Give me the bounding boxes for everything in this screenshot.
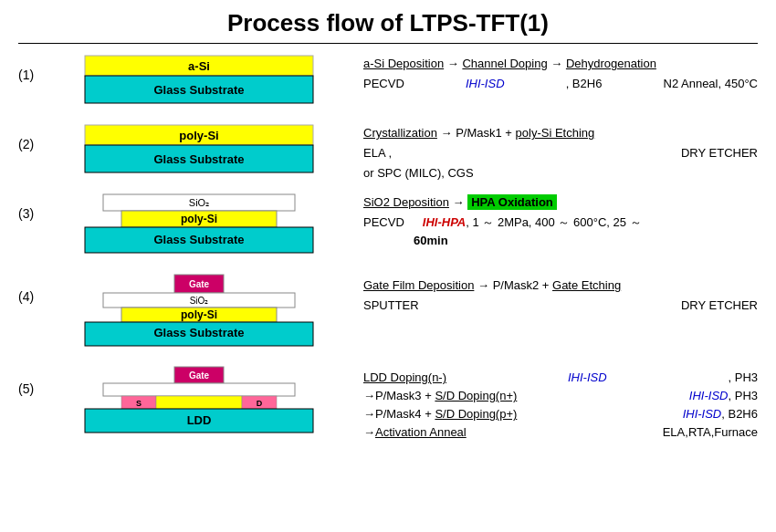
page: Process flow of LTPS-TFT(1) (1) a-Si Gla… — [0, 0, 776, 471]
svg-text:D: D — [257, 399, 263, 408]
row-1-desc-line1: a-Si Deposition → Channel Doping → Dehyd… — [363, 55, 758, 73]
row-4-label: (4) — [18, 273, 44, 304]
row-1-svg: a-Si Glass Substrate — [67, 51, 331, 115]
row-1-desc: a-Si Deposition → Channel Doping → Dehyd… — [354, 51, 758, 93]
r5-sdDopN: S/D Doping(n+) — [435, 389, 517, 402]
row-5-desc-line2: →P/Mask3 + S/D Doping(n+) IHI-ISD, PH3 — [363, 387, 758, 405]
row-1: (1) a-Si Glass Substrate a-Si Deposition… — [18, 51, 758, 115]
svg-text:Glass Substrate: Glass Substrate — [154, 233, 245, 246]
r4-dryEtcher: DRY ETCHER — [681, 297, 758, 315]
row-4-desc-line2: SPUTTER DRY ETCHER — [363, 297, 758, 315]
row-3-desc: SiO2 Deposition → HPA Oxidation PECVD IH… — [354, 190, 758, 250]
title-divider — [18, 43, 758, 44]
row-2-desc-line2: ELA , DRY ETCHER — [363, 144, 758, 162]
r5-ihiisd1: IHI-ISD — [568, 369, 607, 387]
r3-ihihpa: IHI-HPA, 1 ～ 2MPa, 400 ～ 600°C, 25 ～ — [423, 214, 642, 232]
row-3-label: (3) — [18, 190, 44, 221]
svg-text:Gate: Gate — [189, 370, 210, 381]
svg-text:Glass Substrate: Glass Substrate — [154, 83, 245, 97]
r5-lddDop: LDD Doping(n-) — [363, 369, 446, 387]
r4-gateEtch: Gate Etching — [552, 278, 621, 292]
svg-text:poly-Si: poly-Si — [181, 213, 217, 225]
r1-aSiDep: a-Si Deposition — [363, 57, 444, 70]
row-3-diagram: SiO₂ poly-Si Glass Substrate — [44, 190, 354, 267]
r2-polySiEtch: poly-Si Etching — [516, 126, 595, 140]
r3-hpa: HPA Oxidation — [467, 194, 557, 210]
svg-text:SiO₂: SiO₂ — [189, 197, 209, 208]
row-4-diagram: Gate SiO₂ poly-Si Glass Substrate — [44, 273, 354, 360]
svg-text:Gate: Gate — [189, 279, 210, 289]
r5-sdDopP: S/D Doping(p+) — [435, 407, 517, 421]
row-5-desc: LDD Doping(n-) IHI-ISD, PH3 →P/Mask3 + S… — [354, 365, 758, 443]
row-4-desc-line1: Gate Film Deposition → P/Mask2 + Gate Et… — [363, 276, 758, 295]
r2-spc: or SPC (MILC), CGS — [363, 166, 474, 180]
row-3-desc-line2: PECVD IHI-HPA, 1 ～ 2MPa, 400 ～ 600°C, 25… — [363, 214, 758, 232]
row-2-svg: poly-Si Glass Substrate — [67, 120, 331, 184]
row-1-desc-line2: PECVD IHI-ISD, B2H6 N2 Anneal, 450°C — [363, 75, 758, 93]
r4-gateFilm: Gate Film Deposition — [363, 278, 474, 292]
row-3: (3) SiO₂ poly-Si Glass Substrate SiO2 De… — [18, 190, 758, 267]
r3-sio2dep: SiO2 Deposition — [363, 195, 449, 209]
r1-dehydro: Dehydrogenation — [566, 57, 656, 70]
row-1-diagram: a-Si Glass Substrate — [44, 51, 354, 115]
row-5-svg: Gate S D LDD — [67, 365, 331, 456]
r4-sputter: SPUTTER — [363, 297, 419, 315]
row-4-desc: Gate Film Deposition → P/Mask2 + Gate Et… — [354, 273, 758, 315]
row-5: (5) Gate S D LDD — [18, 365, 758, 456]
r5-actAnneal: Activation Anneal — [375, 425, 467, 439]
row-5-desc-line3: →P/Mask4 + S/D Doping(p+) IHI-ISD, B2H6 — [363, 405, 758, 423]
row-3-svg: SiO₂ poly-Si Glass Substrate — [67, 190, 331, 267]
svg-rect-24 — [103, 383, 295, 396]
r1-ihiisd: IHI-ISD — [466, 75, 505, 93]
row-2-desc: Crystallization → P/Mask1 + poly-Si Etch… — [354, 120, 758, 183]
r5-ihiisd2: IHI-ISD, PH3 — [689, 387, 758, 405]
row-2: (2) poly-Si Glass Substrate Crystallizat… — [18, 120, 758, 184]
row-5-label: (5) — [18, 365, 44, 396]
row-2-label: (2) — [18, 120, 44, 151]
row-3-desc-line1: SiO2 Deposition → HPA Oxidation — [363, 193, 758, 212]
r2-dryEtcher: DRY ETCHER — [681, 144, 758, 162]
row-2-desc-line3: or SPC (MILC), CGS — [363, 164, 758, 183]
svg-text:SiO₂: SiO₂ — [190, 296, 209, 306]
svg-text:poly-Si: poly-Si — [179, 129, 218, 142]
svg-text:a-Si: a-Si — [188, 59, 210, 73]
row-3-desc-line3: 60min — [363, 232, 758, 250]
row-5-desc-line1: LDD Doping(n-) IHI-ISD, PH3 — [363, 369, 758, 387]
svg-text:LDD: LDD — [187, 413, 212, 427]
row-1-label: (1) — [18, 51, 44, 82]
row-2-diagram: poly-Si Glass Substrate — [44, 120, 354, 184]
row-4-svg: Gate SiO₂ poly-Si Glass Substrate — [67, 273, 331, 360]
page-title: Process flow of LTPS-TFT(1) — [18, 9, 758, 37]
row-2-desc-line1: Crystallization → P/Mask1 + poly-Si Etch… — [363, 124, 758, 142]
r1-channelDop: Channel Doping — [462, 57, 547, 70]
svg-text:Glass Substrate: Glass Substrate — [154, 152, 245, 166]
r5-ihiisd3: IHI-ISD, B2H6 — [683, 405, 758, 423]
r5-ela: ELA,RTA,Furnace — [663, 423, 758, 442]
row-5-diagram: Gate S D LDD — [44, 365, 354, 456]
r1-n2anneal: N2 Anneal, 450°C — [664, 75, 759, 93]
svg-text:poly-Si: poly-Si — [181, 308, 217, 321]
svg-text:Glass Substrate: Glass Substrate — [154, 326, 245, 339]
r2-crystal: Crystallization — [363, 126, 437, 140]
svg-text:S: S — [136, 399, 142, 408]
r3-pecvd: PECVD — [363, 214, 404, 232]
r1-pecvd: PECVD — [363, 75, 404, 93]
r3-60min: 60min — [414, 234, 448, 247]
row-4: (4) Gate SiO₂ poly-Si Glass Substrate — [18, 273, 758, 360]
row-5-desc-line4: →Activation Anneal ELA,RTA,Furnace — [363, 423, 758, 442]
svg-rect-27 — [156, 396, 242, 409]
r2-ela: ELA , — [363, 144, 392, 162]
